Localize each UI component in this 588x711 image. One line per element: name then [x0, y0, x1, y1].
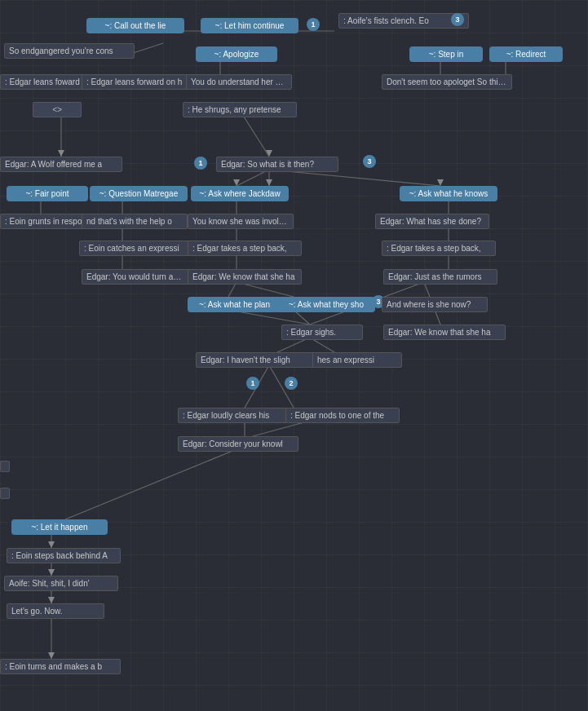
aoifes-fists-action: : Aoife's fists clench. Eo [338, 13, 469, 29]
eoin-catches-action: : Eoin catches an expressi [79, 241, 189, 256]
svg-marker-39 [266, 150, 272, 157]
badge-1b: 1 [194, 157, 207, 170]
svg-line-33 [65, 449, 237, 519]
eoin-turns-action: : Eoin turns and makes a b [0, 659, 121, 674]
svg-marker-43 [48, 541, 55, 548]
svg-line-10 [269, 170, 440, 186]
badge-3: 3 [451, 13, 464, 26]
edgar-loudly-action: : Edgar loudly clears his [178, 408, 292, 423]
svg-marker-45 [48, 597, 55, 603]
ask-what-knows-choice[interactable]: ~: Ask what he knows [400, 186, 497, 201]
edgar-sighs-action: : Edgar sighs. [281, 325, 363, 340]
svg-marker-40 [233, 179, 240, 186]
badge-1: 1 [307, 18, 320, 31]
he-shrugs-action: : He shrugs, any pretense [183, 102, 297, 117]
let-continue-choice[interactable]: ~: Let him continue [201, 18, 298, 33]
empty-merge: <> [33, 102, 82, 117]
edgar-step2-action: : Edgar takes a step back, [382, 241, 496, 256]
so-endangered-action: So endgangered you're cons [4, 43, 135, 59]
edgar-we-know-action: Edgar: We know that she ha [188, 269, 302, 285]
left-side-1 [0, 461, 10, 472]
svg-marker-46 [48, 652, 55, 659]
ask-where-jack-choice[interactable]: ~: Ask where Jackdaw [191, 186, 289, 201]
lets-go-action: Let's go. Now. [7, 603, 104, 619]
edgar-leans2-action: : Edgar leans forward on h [82, 74, 188, 90]
call-out-choice[interactable]: ~: Call out the lie [86, 18, 184, 33]
svg-line-8 [237, 170, 269, 186]
badge-3b: 3 [363, 155, 376, 168]
aoife-shit-action: Aoife: Shit, shit, I didn' [4, 576, 118, 591]
you-know-involved-action: You know she was involved. [188, 214, 294, 229]
edgar-what-action: Edgar: So what is it then? [216, 157, 338, 172]
svg-marker-41 [266, 179, 272, 186]
badge-2: 2 [285, 377, 298, 390]
edgar-nods-action: : Edgar nods to one of the [285, 408, 400, 423]
help-action: nd that's with the help o [82, 214, 188, 229]
redirect-choice[interactable]: ~: Redirect [489, 46, 563, 62]
fair-point-choice[interactable]: ~: Fair point [7, 186, 88, 201]
badge-1c: 1 [246, 377, 259, 390]
let-happen-choice[interactable]: ~: Let it happen [11, 519, 108, 535]
step-in-choice[interactable]: ~: Step in [409, 46, 483, 62]
apologize-choice[interactable]: ~: Apologize [196, 46, 277, 62]
dont-seem-action: Don't seem too apologet So this Jackdaw.… [382, 74, 512, 90]
svg-line-7 [242, 114, 269, 157]
question-mat-choice[interactable]: ~: Question Matregae [90, 186, 188, 201]
ask-plan-choice[interactable]: ~: Ask what he plan [188, 297, 281, 312]
ask-sho-choice[interactable]: ~: Ask what they sho [277, 297, 375, 312]
svg-marker-44 [48, 569, 55, 576]
svg-marker-42 [437, 179, 444, 186]
edgar-wolf-action: Edgar: A Wolf offered me a [0, 157, 122, 172]
svg-marker-38 [58, 150, 64, 157]
edgar-we-know2-action: Edgar: We know that she ha [383, 325, 506, 340]
hes-expressi-action: hes an expressi [312, 352, 402, 368]
edgar-havent-action: Edgar: I haven't the sligh [196, 352, 316, 368]
you-understand-action: You do understand her ange [186, 74, 292, 90]
edgar-what-done-action: Edgar: What has she done? [375, 214, 489, 229]
edgar-consider-action: Edgar: Consider your knowl [178, 436, 298, 452]
svg-line-2 [130, 43, 163, 54]
edgar-just-rumors-action: Edgar: Just as the rumors [383, 269, 497, 285]
left-side-2 [0, 488, 10, 499]
edgar-you-turn-action: Edgar: You would turn away [82, 269, 192, 285]
where-now-action: And where is she now? [382, 297, 488, 312]
eoin-steps-action: : Eoin steps back behind A [7, 548, 121, 563]
edgar-step1-action: : Edgar takes a step back, [188, 241, 302, 256]
